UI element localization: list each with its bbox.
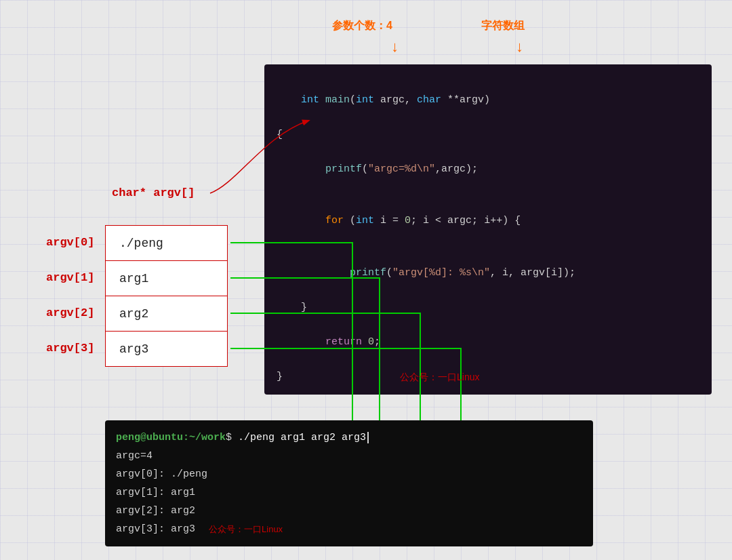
terminal-command: ./peng arg1 arg2 arg3 [238, 432, 366, 443]
argv-label-1: argv[1] [46, 271, 94, 284]
code-type-int2: int [356, 94, 380, 106]
argv-value-0: ./peng [106, 226, 228, 261]
argv-label-2: argv[2] [46, 306, 94, 319]
code-paren1: ( [362, 163, 368, 175]
argv-label-0: argv[0] [46, 236, 94, 249]
arrow-char-array: ↓ [515, 39, 524, 56]
terminal-output-argv1: argv[1]: arg1 [116, 483, 582, 502]
terminal-dir: ~/work [189, 432, 226, 443]
argv-table: ./peng arg1 arg2 arg3 [105, 225, 228, 367]
code-for-paren: ( [350, 215, 356, 226]
terminal-cursor [367, 432, 375, 443]
code-str1: "argc=%d\n" [368, 163, 435, 175]
code-return-kw: return [325, 336, 368, 348]
param-count-label: 参数个数：4 [332, 19, 392, 33]
watermark-terminal-text: 公众号：一口Linux [209, 524, 283, 534]
code-block: int main(int argc, char **argv) { printf… [264, 64, 712, 395]
code-paren2: ( [386, 267, 392, 279]
code-argv-param: **argv) [447, 94, 490, 106]
code-int-i: int [356, 215, 380, 226]
code-brace-open: { [277, 129, 283, 140]
table-row-3: arg3 [106, 332, 228, 367]
code-semicolon2: ; [374, 336, 380, 348]
code-args2: , i, argv[i]); [490, 267, 575, 279]
code-printf1: printf [325, 163, 362, 175]
terminal-user: peng@ubuntu: [116, 432, 189, 443]
argv-value-2: arg2 [106, 296, 228, 332]
code-indent3 [301, 267, 350, 279]
param-count-text: 参数个数：4 [332, 20, 392, 31]
code-plain-1: ( [350, 94, 356, 106]
terminal-dollar: $ [226, 432, 238, 443]
code-comma1: ,argc); [435, 163, 478, 175]
watermark-middle: 公众号：一口Linux [400, 372, 479, 384]
char-argv-annotation: char* argv[] [112, 186, 195, 199]
terminal-last-line: argv[3]: arg3 公众号：一口Linux [116, 520, 582, 538]
table-row-2: arg2 [106, 296, 228, 332]
terminal-block: peng@ubuntu:~/work$ ./peng arg1 arg2 arg… [105, 420, 593, 546]
code-indent2 [301, 215, 325, 226]
terminal-output-argv2: argv[2]: arg2 [116, 502, 582, 520]
code-indent4 [301, 336, 325, 348]
code-zero: 0 [405, 215, 411, 226]
code-indent1 [301, 163, 325, 175]
code-type-int: int [301, 94, 325, 106]
watermark-terminal: 公众号：一口Linux [209, 521, 283, 537]
terminal-command-line: peng@ubuntu:~/work$ ./peng arg1 arg2 arg… [116, 428, 582, 447]
code-for-kw: for [325, 215, 350, 226]
argv-value-3: arg3 [106, 332, 228, 367]
watermark-middle-text: 公众号：一口Linux [400, 372, 479, 382]
code-printf2: printf [350, 267, 386, 279]
code-str2: "argv[%d]: %s\n" [392, 267, 490, 279]
code-return-val: 0 [368, 336, 374, 348]
code-semicolon1: ; i < argc; i++) { [411, 215, 521, 226]
code-brace-mid: } [277, 302, 307, 313]
char-array-text: 字符数组 [481, 20, 525, 31]
char-array-label: 字符数组 [481, 19, 525, 33]
code-brace-close: } [277, 371, 283, 382]
arrow-param-count: ↓ [390, 39, 399, 56]
table-row-0: ./peng [106, 226, 228, 261]
code-func-main: main [325, 94, 350, 106]
terminal-output-argv3: argv[3]: arg3 [116, 520, 195, 538]
char-argv-text: char* argv[] [112, 186, 195, 199]
code-type-char: char [417, 94, 447, 106]
table-row-1: arg1 [106, 261, 228, 296]
argv-label-3: argv[3] [46, 342, 94, 355]
terminal-output-argc: argc=4 [116, 447, 582, 465]
terminal-output-argv0: argv[0]: ./peng [116, 465, 582, 483]
code-argc-param: argc, [380, 94, 417, 106]
argv-value-1: arg1 [106, 261, 228, 296]
code-i-init: i = [380, 215, 405, 226]
